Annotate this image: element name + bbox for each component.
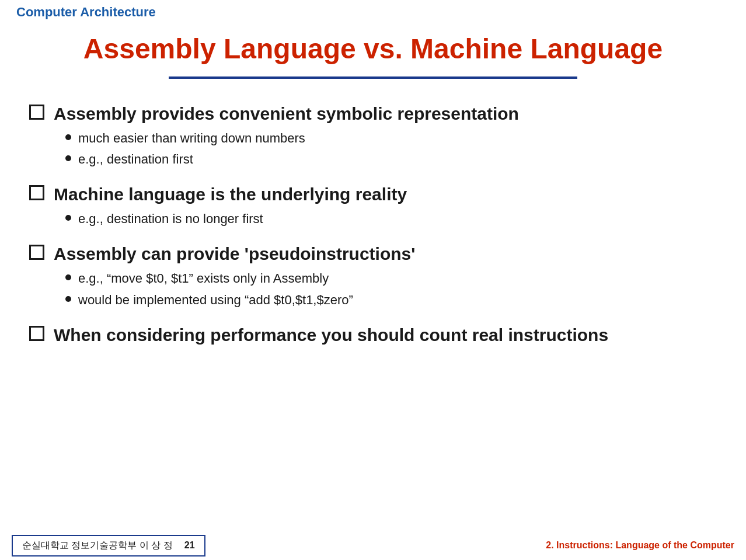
checkbox-3 [29, 245, 44, 260]
sub-item-3-2: would be implemented using “add $t0,$t1,… [54, 291, 415, 309]
bullet-text-2: Machine language is the underlying reali… [54, 183, 407, 206]
bullet-item-4: When considering performance you should … [29, 324, 711, 346]
sub-item-1-2: e.g., destination first [54, 151, 519, 169]
sub-bullet-icon [65, 296, 71, 302]
sub-text-1-2: e.g., destination first [78, 151, 193, 169]
content-area: Assembly provides convenient symbolic re… [0, 96, 746, 363]
bullet-text-3: Assembly can provide 'pseudoinstructions… [54, 242, 415, 265]
sub-text-2-1: e.g., destination is no longer first [78, 210, 263, 228]
bullet-content-2: Machine language is the underlying reali… [54, 183, 407, 232]
checkbox-2 [29, 185, 44, 200]
footer-left: 순실대학교 정보기술공학부 이 상 정 21 [12, 535, 205, 556]
sub-text-3-1: e.g., “move $t0, $t1” exists only in Ass… [78, 270, 329, 288]
sub-bullet-icon [65, 155, 71, 161]
sub-item-2-1: e.g., destination is no longer first [54, 210, 407, 228]
footer-page-number: 21 [184, 540, 195, 551]
footer-institution: 순실대학교 정보기술공학부 이 상 정 [22, 540, 173, 552]
sub-text-1-1: much easier than writing down numbers [78, 130, 305, 148]
bullet-item-2: Machine language is the underlying reali… [29, 183, 711, 232]
bullet-content-3: Assembly can provide 'pseudoinstructions… [54, 242, 415, 313]
divider [169, 76, 577, 79]
sub-bullet-icon [65, 215, 71, 221]
sub-list-3: e.g., “move $t0, $t1” exists only in Ass… [54, 270, 415, 309]
header-title: Computer Architecture [16, 5, 156, 20]
slide: Computer Architecture Assembly Language … [0, 0, 746, 560]
footer-chapter: 2. Instructions: Language of the Compute… [546, 540, 734, 551]
bullet-text-1: Assembly provides convenient symbolic re… [54, 102, 519, 125]
bullet-content-4: When considering performance you should … [54, 324, 608, 346]
sub-list-1: much easier than writing down numbers e.… [54, 130, 519, 169]
sub-item-1-1: much easier than writing down numbers [54, 130, 519, 148]
bullet-item-1: Assembly provides convenient symbolic re… [29, 102, 711, 173]
sub-list-2: e.g., destination is no longer first [54, 210, 407, 228]
sub-bullet-icon [65, 134, 71, 140]
sub-text-3-2: would be implemented using “add $t0,$t1,… [78, 291, 353, 309]
sub-bullet-icon [65, 274, 71, 280]
footer: 순실대학교 정보기술공학부 이 상 정 21 2. Instructions: … [0, 531, 746, 560]
sub-item-3-1: e.g., “move $t0, $t1” exists only in Ass… [54, 270, 415, 288]
checkbox-4 [29, 326, 44, 341]
bullet-item-3: Assembly can provide 'pseudoinstructions… [29, 242, 711, 313]
bullet-content-1: Assembly provides convenient symbolic re… [54, 102, 519, 173]
checkbox-1 [29, 105, 44, 120]
bullet-text-4: When considering performance you should … [54, 324, 608, 346]
